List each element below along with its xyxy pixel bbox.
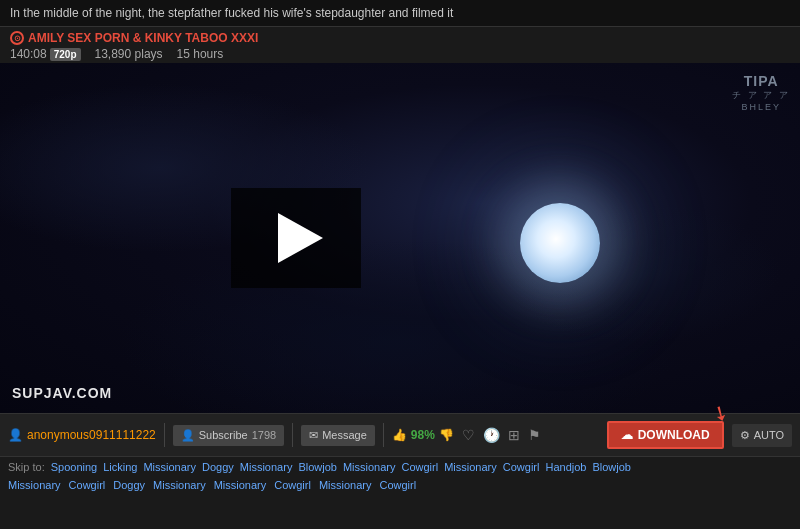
heart-icon[interactable]: ♡ xyxy=(462,427,475,443)
action-icons: ♡ 🕐 ⊞ ⚑ xyxy=(462,427,541,443)
message-label: Message xyxy=(322,429,367,441)
bottom-tags: Missionary Cowgirl Doggy Missionary Miss… xyxy=(0,477,800,493)
video-info: ⊙ AMILY SEX PORN & KINKY TABOO XXXI 140:… xyxy=(0,27,800,63)
auto-button[interactable]: ⚙ AUTO xyxy=(732,424,792,447)
download-icon: ☁ xyxy=(621,428,633,442)
time-ago: 15 hours xyxy=(177,47,224,61)
video-player[interactable]: SUPJAV.COM TIPA チ ア ア ア BHLEY xyxy=(0,63,800,413)
bottom-tag-missionary-1[interactable]: Missionary xyxy=(8,479,61,491)
skip-tag-spooning[interactable]: Spooning xyxy=(51,461,98,473)
bottom-tag-cowgirl-2[interactable]: Cowgirl xyxy=(274,479,311,491)
bookmark-icon[interactable]: ⊞ xyxy=(508,427,520,443)
bottom-tag-cowgirl-1[interactable]: Cowgirl xyxy=(69,479,106,491)
page-title: In the middle of the night, the stepfath… xyxy=(10,6,453,20)
skip-tag-doggy[interactable]: Doggy xyxy=(202,461,234,473)
bottom-tag-doggy[interactable]: Doggy xyxy=(113,479,145,491)
divider-3 xyxy=(383,423,384,447)
play-triangle-icon xyxy=(278,213,323,263)
controls-bar: 👤 anonymous0911111222 👤 Subscribe 1798 ✉… xyxy=(0,413,800,457)
subscribe-icon: 👤 xyxy=(181,429,195,442)
skip-tag-blowjob-2[interactable]: Blowjob xyxy=(592,461,631,473)
download-button[interactable]: ☁ DOWNLOAD xyxy=(607,421,724,449)
duration: 140:08 720p xyxy=(10,47,81,61)
thumb-down-button[interactable]: 👎 xyxy=(439,428,454,442)
user-icon: 👤 xyxy=(8,428,23,442)
message-button[interactable]: ✉ Message xyxy=(301,425,375,446)
skip-tag-cowgirl-1[interactable]: Cowgirl xyxy=(402,461,439,473)
message-icon: ✉ xyxy=(309,429,318,442)
download-wrapper: ➘ ☁ DOWNLOAD xyxy=(607,421,724,449)
moon-visual xyxy=(520,203,600,283)
bottom-tag-missionary-3[interactable]: Missionary xyxy=(214,479,267,491)
clock-icon[interactable]: 🕐 xyxy=(483,427,500,443)
user-section: 👤 anonymous0911111222 xyxy=(8,428,156,442)
quality-badge: 720p xyxy=(50,48,81,61)
flag-icon[interactable]: ⚑ xyxy=(528,427,541,443)
skip-tag-missionary-2[interactable]: Missionary xyxy=(240,461,293,473)
gear-icon: ⚙ xyxy=(740,429,750,442)
channel-name-text: AMILY SEX PORN & KINKY TABOO XXXI xyxy=(28,31,258,45)
channel-name[interactable]: ⊙ AMILY SEX PORN & KINKY TABOO XXXI xyxy=(10,31,790,45)
subscribe-label: Subscribe xyxy=(199,429,248,441)
skip-tag-handjob[interactable]: Handjob xyxy=(545,461,586,473)
rating-percentage: 98% xyxy=(411,428,435,442)
bottom-tag-cowgirl-3[interactable]: Cowgirl xyxy=(379,479,416,491)
channel-icon: ⊙ xyxy=(10,31,24,45)
logo-main: TIPA xyxy=(732,73,790,89)
skip-tag-missionary-3[interactable]: Missionary xyxy=(343,461,396,473)
username[interactable]: anonymous0911111222 xyxy=(27,428,156,442)
download-label: DOWNLOAD xyxy=(638,428,710,442)
play-count: 13,890 plays xyxy=(95,47,163,61)
watermark: SUPJAV.COM xyxy=(12,385,112,401)
skip-tag-blowjob-1[interactable]: Blowjob xyxy=(298,461,337,473)
title-bar: In the middle of the night, the stepfath… xyxy=(0,0,800,27)
video-background xyxy=(0,63,800,413)
thumb-up-button[interactable]: 👍 xyxy=(392,428,407,442)
logo-sub: チ ア ア ア xyxy=(732,89,790,102)
bottom-tag-missionary-4[interactable]: Missionary xyxy=(319,479,372,491)
video-meta: 140:08 720p 13,890 plays 15 hours xyxy=(10,47,790,61)
bottom-tag-missionary-2[interactable]: Missionary xyxy=(153,479,206,491)
skip-tag-missionary-1[interactable]: Missionary xyxy=(143,461,196,473)
skip-label: Skip to: xyxy=(8,461,45,473)
divider-1 xyxy=(164,423,165,447)
subscribe-count: 1798 xyxy=(252,429,276,441)
skip-tag-licking[interactable]: Licking xyxy=(103,461,137,473)
auto-label: AUTO xyxy=(754,429,784,441)
rating-section: 👍 98% 👎 xyxy=(392,428,454,442)
skip-section: Skip to: Spooning Licking Missionary Dog… xyxy=(0,457,800,477)
divider-2 xyxy=(292,423,293,447)
skip-tag-missionary-4[interactable]: Missionary xyxy=(444,461,497,473)
subscribe-button[interactable]: 👤 Subscribe 1798 xyxy=(173,425,284,446)
play-button[interactable] xyxy=(231,188,361,288)
logo-top-right: TIPA チ ア ア ア BHLEY xyxy=(732,73,790,112)
skip-tag-cowgirl-2[interactable]: Cowgirl xyxy=(503,461,540,473)
logo-sub2: BHLEY xyxy=(732,102,790,112)
cloud-overlay xyxy=(0,63,800,413)
